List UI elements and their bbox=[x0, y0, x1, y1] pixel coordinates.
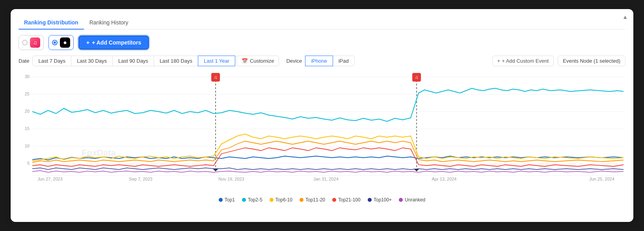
svg-text:Nov 19, 2023: Nov 19, 2023 bbox=[218, 177, 244, 181]
add-event-label: + Add Custom Event bbox=[502, 58, 549, 64]
collapse-button[interactable]: ▲ bbox=[622, 14, 628, 20]
app-selector-spotify[interactable]: ● bbox=[48, 35, 74, 50]
legend-top11-20: Top11-20 bbox=[300, 197, 325, 203]
svg-text:♫: ♫ bbox=[415, 75, 419, 80]
chart-legend: Top1 Top2-5 Top6-10 Top11-20 Top21-100 T… bbox=[19, 197, 625, 203]
tab-ranking-distribution[interactable]: Ranking Distribution bbox=[19, 16, 84, 30]
add-icon: + bbox=[86, 39, 89, 46]
device-ipad[interactable]: iPad bbox=[333, 56, 355, 66]
svg-text:5: 5 bbox=[27, 161, 30, 166]
controls-row: ♫ ● + + Add Competitors bbox=[19, 35, 625, 50]
main-card: ▲ Ranking Distribution Ranking History ♫… bbox=[11, 9, 633, 222]
customize-label: Customize bbox=[250, 58, 274, 64]
legend-dot-top6-10 bbox=[270, 198, 274, 202]
calendar-icon: 📅 bbox=[242, 58, 248, 64]
device-iphone[interactable]: iPhone bbox=[305, 56, 333, 66]
svg-text:15: 15 bbox=[25, 126, 30, 131]
filters-row: Date Last 7 Days Last 30 Days Last 90 Da… bbox=[19, 56, 625, 66]
svg-text:25: 25 bbox=[25, 91, 30, 96]
legend-top1: Top1 bbox=[219, 197, 235, 203]
right-actions: + + Add Custom Event Events Node (1 sele… bbox=[492, 56, 625, 66]
svg-text:20: 20 bbox=[25, 109, 30, 114]
add-custom-event-button[interactable]: + + Add Custom Event bbox=[492, 56, 554, 66]
spotify-app-icon: ● bbox=[60, 37, 70, 48]
legend-dot-top11-20 bbox=[300, 198, 303, 202]
filter-last90[interactable]: Last 90 Days bbox=[112, 56, 154, 66]
svg-text:Sep 7, 2023: Sep 7, 2023 bbox=[129, 177, 152, 181]
device-label: Device bbox=[286, 58, 302, 64]
legend-top6-10: Top6-10 bbox=[270, 197, 292, 203]
legend-dot-top100plus bbox=[368, 198, 372, 202]
svg-text:♫: ♫ bbox=[214, 75, 218, 80]
svg-text:10: 10 bbox=[25, 143, 30, 148]
add-competitors-label: + Add Competitors bbox=[92, 39, 141, 46]
legend-top2-5: Top2-5 bbox=[242, 197, 262, 203]
legend-unranked: Unranked bbox=[399, 197, 425, 203]
radio-dot-music bbox=[22, 40, 28, 45]
add-competitors-button[interactable]: + + Add Competitors bbox=[78, 35, 149, 50]
legend-dot-top21-100 bbox=[332, 198, 336, 202]
filter-last1year[interactable]: Last 1 Year bbox=[198, 56, 235, 66]
svg-marker-17 bbox=[213, 169, 218, 171]
legend-top21-100: Top21-100 bbox=[332, 197, 361, 203]
customize-button[interactable]: 📅 Customize bbox=[236, 56, 279, 66]
tabs-row: Ranking Distribution Ranking History bbox=[19, 16, 625, 30]
filter-last30[interactable]: Last 30 Days bbox=[71, 56, 113, 66]
filter-last180[interactable]: Last 180 Days bbox=[154, 56, 198, 66]
svg-text:Jun 27, 2023: Jun 27, 2023 bbox=[37, 177, 63, 181]
svg-text:Apr 13, 2024: Apr 13, 2024 bbox=[432, 177, 457, 181]
chart-area: 30 25 20 15 10 5 FoxData ♫ ♫ bbox=[19, 71, 625, 193]
legend-top100plus: Top100+ bbox=[368, 197, 392, 203]
plus-icon: + bbox=[497, 58, 501, 64]
svg-text:30: 30 bbox=[25, 74, 30, 79]
chart-svg: 30 25 20 15 10 5 FoxData ♫ ♫ bbox=[19, 71, 625, 193]
legend-dot-top2-5 bbox=[242, 198, 246, 202]
legend-dot-unranked bbox=[399, 198, 403, 202]
filter-last7[interactable]: Last 7 Days bbox=[32, 56, 71, 66]
radio-dot-spotify bbox=[52, 40, 58, 45]
svg-text:Jun 25, 2024: Jun 25, 2024 bbox=[589, 177, 614, 181]
svg-text:Jan 31, 2024: Jan 31, 2024 bbox=[313, 177, 339, 181]
tab-ranking-history[interactable]: Ranking History bbox=[84, 16, 134, 30]
collapse-icon: ▲ bbox=[622, 14, 628, 20]
date-label: Date bbox=[19, 58, 29, 64]
app-selector-music[interactable]: ♫ bbox=[19, 35, 44, 50]
events-node-button[interactable]: Events Node (1 selected) bbox=[558, 56, 625, 66]
music-app-icon: ♫ bbox=[30, 37, 40, 48]
legend-dot-top1 bbox=[219, 198, 223, 202]
